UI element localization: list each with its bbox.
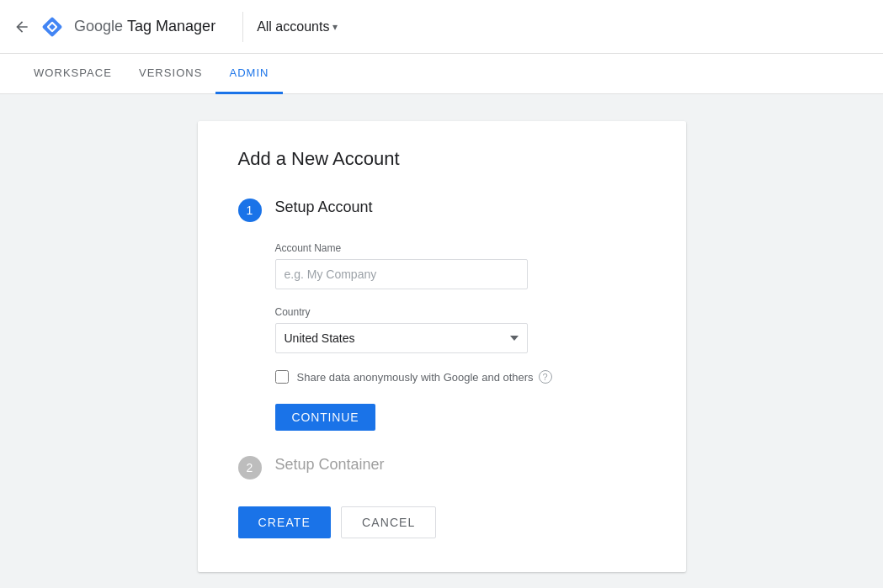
tab-versions[interactable]: VERSIONS [125,54,216,94]
new-account-card: Add a New Account 1 Setup Account Accoun… [198,121,686,572]
create-button[interactable]: CREATE [238,506,331,538]
share-data-checkbox[interactable] [275,370,289,384]
account-name-input[interactable] [275,259,528,289]
account-name-field: Account Name [275,242,646,289]
account-name-label: Account Name [275,242,646,254]
step-1: 1 Setup Account [238,197,646,222]
continue-button[interactable]: CONTINUE [275,404,376,431]
country-field: Country United States United Kingdom Can… [275,306,646,353]
bottom-buttons: CREATE CANCEL [238,506,646,538]
nav-tabs: WORKSPACE VERSIONS ADMIN [0,54,883,94]
tab-workspace[interactable]: WORKSPACE [20,54,125,94]
back-button[interactable] [13,19,30,35]
country-select[interactable]: United States United Kingdom Canada Aust… [275,323,528,353]
step-1-content: Account Name Country United States Unite… [275,242,646,431]
main-content: Add a New Account 1 Setup Account Accoun… [0,94,883,588]
country-label: Country [275,306,646,318]
tab-admin[interactable]: ADMIN [215,54,282,94]
app-header: Google Tag Manager All accounts ▾ [0,0,883,54]
chevron-down-icon: ▾ [332,21,338,33]
gtm-logo-icon [37,12,67,42]
header-divider [242,12,243,42]
share-data-help-icon[interactable]: ? [539,370,552,384]
cancel-button[interactable]: CANCEL [341,506,437,538]
logo-product-text: Tag Manager [127,18,215,34]
step-2: 2 Setup Container [238,454,646,479]
all-accounts-button[interactable]: All accounts ▾ [257,19,338,34]
all-accounts-label: All accounts [257,19,329,34]
logo: Google Tag Manager [37,12,215,42]
card-title: Add a New Account [238,148,646,170]
step-2-title: Setup Container [275,454,385,475]
logo-google-text: Google [74,18,123,34]
share-data-label: Share data anonymously with Google and o… [297,371,534,384]
step-1-number: 1 [238,199,262,222]
step-2-number: 2 [238,456,262,479]
step-1-title: Setup Account [275,197,373,218]
share-data-row: Share data anonymously with Google and o… [275,370,646,384]
